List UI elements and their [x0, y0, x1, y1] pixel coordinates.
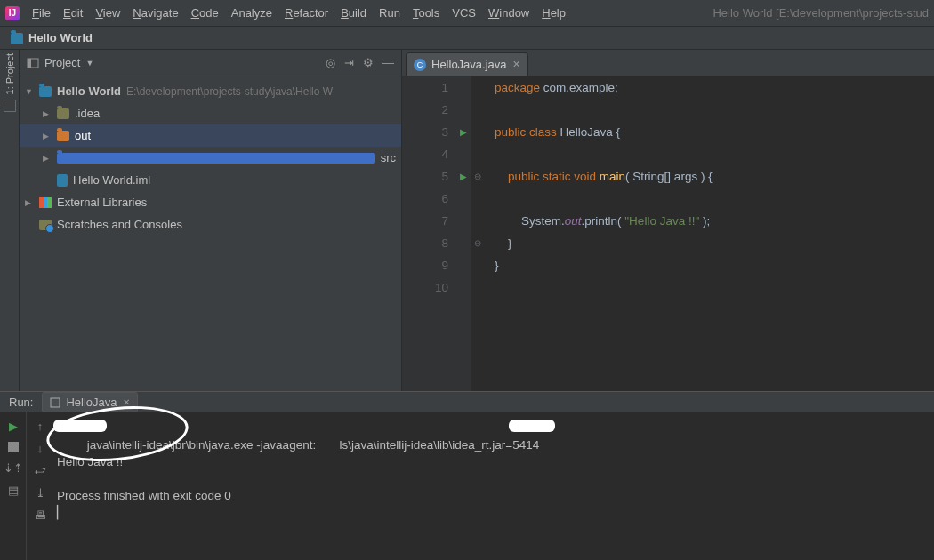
run-config-label: HelloJava [66, 396, 117, 409]
tree-item-label: .idea [75, 107, 100, 120]
window-title: Hello World [E:\development\projects-stu… [713, 6, 929, 20]
close-tab-icon[interactable]: ✕ [512, 59, 520, 70]
menu-view[interactable]: View [95, 6, 120, 20]
project-view-label: Project [44, 56, 80, 69]
app-icon: IJ [5, 6, 20, 20]
layout-icon[interactable]: ▤ [8, 484, 19, 497]
menu-help[interactable]: Help [542, 6, 566, 20]
tool-window-structure-button[interactable] [4, 100, 16, 112]
console-line: Hello Java !! [57, 455, 123, 468]
tree-root-path: E:\development\projects-study\java\Hello… [126, 85, 333, 98]
rerun-icon[interactable]: ▶ [9, 420, 18, 433]
menu-run[interactable]: Run [379, 6, 400, 20]
libraries-icon [39, 197, 52, 208]
menu-analyze[interactable]: Analyze [231, 6, 272, 20]
menu-vcs[interactable]: VCS [452, 6, 476, 20]
tree-root-label: Hello World [57, 84, 121, 98]
tree-item-label: src [381, 151, 396, 164]
tool-window-project-button[interactable]: 1: Project [4, 53, 15, 94]
src-icon [57, 153, 375, 164]
hide-icon[interactable]: — [382, 56, 394, 69]
run-action-column: ▶ ⇣⇡ ▤ [0, 412, 27, 560]
menu-build[interactable]: Build [341, 6, 366, 20]
menu-code[interactable]: Code [191, 6, 219, 20]
tree-item-src[interactable]: src [20, 147, 401, 169]
run-gutter-icon[interactable]: ▶ [460, 121, 467, 143]
soft-wrap-icon[interactable]: ⮐ [35, 464, 46, 477]
run-header: Run: HelloJava ✕ [0, 392, 934, 412]
navigation-bar[interactable]: Hello World [0, 27, 934, 50]
out-icon [57, 131, 69, 141]
editor-tabs: C HelloJava.java ✕ [402, 50, 934, 76]
external-libraries-label: External Libraries [57, 196, 147, 209]
tree-item-Hello-World-iml[interactable]: Hello World.iml [20, 169, 401, 191]
run-output-column: ↑ ↓ ⮐ ⤓ 🖶 [27, 412, 53, 560]
annotation-redaction [509, 420, 555, 432]
print-icon[interactable]: 🖶 [35, 508, 46, 522]
close-run-tab-icon[interactable]: ✕ [123, 397, 130, 407]
editor-area: C HelloJava.java ✕ 12345678910 ▶▶ ⊖⊖ pac… [402, 50, 934, 391]
menu-edit[interactable]: Edit [63, 6, 83, 20]
tree-item-label: out [75, 129, 91, 142]
source-code[interactable]: package com.example;public class HelloJa… [484, 76, 934, 391]
main-menu-bar: IJ FileEditViewNavigateCodeAnalyzeRefact… [0, 0, 934, 27]
run-config-tab[interactable]: HelloJava ✕ [42, 392, 137, 412]
tree-item-label: Hello World.iml [73, 173, 150, 187]
project-tree[interactable]: Hello World E:\development\projects-stud… [20, 76, 401, 391]
tree-scratches[interactable]: Scratches and Consoles [20, 213, 401, 236]
up-icon[interactable]: ↑ [37, 420, 44, 433]
run-console-output[interactable]: java\intellij-idea\jbr\bin\java.exe -jav… [53, 412, 934, 560]
dir-icon [57, 108, 69, 119]
scroll-to-end-icon[interactable]: ⤓ [36, 486, 45, 500]
project-tool-window: Project ▼ ◎ ⇥ ⚙ — Hello World E:\develop… [20, 50, 402, 391]
scratches-label: Scratches and Consoles [57, 218, 182, 231]
tree-item--idea[interactable]: .idea [20, 102, 401, 124]
editor-tab-label: HelloJava.java [431, 58, 507, 71]
java-class-icon: C [414, 59, 426, 71]
editor-tab-hellojava[interactable]: C HelloJava.java ✕ [406, 52, 528, 76]
settings-icon[interactable]: ⚙ [363, 56, 374, 69]
line-number-gutter[interactable]: 12345678910 [402, 76, 455, 391]
console-line: java\intellij-idea\jbr\bin\java.exe -jav… [57, 438, 539, 452]
console-line: Process finished with exit code 0 [57, 489, 231, 502]
svg-rect-1 [28, 59, 31, 68]
left-tool-strip: 1: Project [0, 50, 20, 391]
svg-rect-2 [51, 398, 60, 407]
console-cursor: ▏ [57, 506, 67, 519]
stop-icon[interactable] [8, 442, 19, 452]
project-view-selector[interactable]: Project ▼ [27, 56, 93, 69]
menu-window[interactable]: Window [488, 6, 529, 20]
annotation-redaction [53, 420, 107, 432]
run-gutter[interactable]: ▶▶ [455, 76, 471, 391]
menu-navigate[interactable]: Navigate [133, 6, 178, 20]
iml-icon [57, 174, 68, 187]
tree-root[interactable]: Hello World E:\development\projects-stud… [20, 80, 401, 102]
run-label: Run: [9, 396, 33, 409]
dump-threads-icon[interactable]: ⇣⇡ [4, 461, 23, 475]
code-editor[interactable]: 12345678910 ▶▶ ⊖⊖ package com.example;pu… [402, 76, 934, 391]
fold-gutter[interactable]: ⊖⊖ [471, 76, 484, 391]
scratches-icon [39, 220, 52, 230]
locate-icon[interactable]: ◎ [326, 56, 335, 69]
collapse-all-icon[interactable]: ⇥ [344, 56, 354, 69]
tree-external-libraries[interactable]: External Libraries [20, 191, 401, 213]
menu-tools[interactable]: Tools [413, 6, 439, 20]
tree-item-out[interactable]: out [20, 124, 401, 147]
menu-file[interactable]: File [32, 6, 51, 20]
run-tool-window: Run: HelloJava ✕ ▶ ⇣⇡ ▤ ↑ ↓ ⮐ ⤓ 🖶 java\i… [0, 391, 934, 560]
down-icon[interactable]: ↓ [37, 442, 44, 455]
project-panel-header: Project ▼ ◎ ⇥ ⚙ — [20, 50, 401, 76]
run-gutter-icon[interactable]: ▶ [460, 165, 467, 188]
menu-refactor[interactable]: Refactor [285, 6, 328, 20]
folder-icon [11, 33, 23, 44]
module-icon [39, 86, 52, 97]
breadcrumb-root[interactable]: Hello World [28, 31, 93, 44]
